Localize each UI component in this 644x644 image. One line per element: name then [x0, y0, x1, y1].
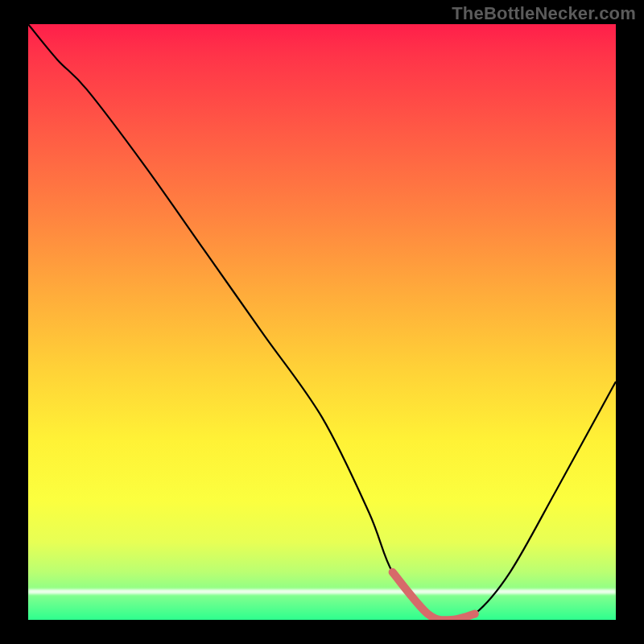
watermark-text: TheBottleNecker.com [452, 3, 636, 24]
plot-area [28, 24, 616, 620]
curve-layer [28, 24, 616, 620]
optimal-range-highlight [393, 572, 475, 620]
bottleneck-curve [28, 24, 616, 620]
chart-frame: TheBottleNecker.com [0, 0, 644, 644]
